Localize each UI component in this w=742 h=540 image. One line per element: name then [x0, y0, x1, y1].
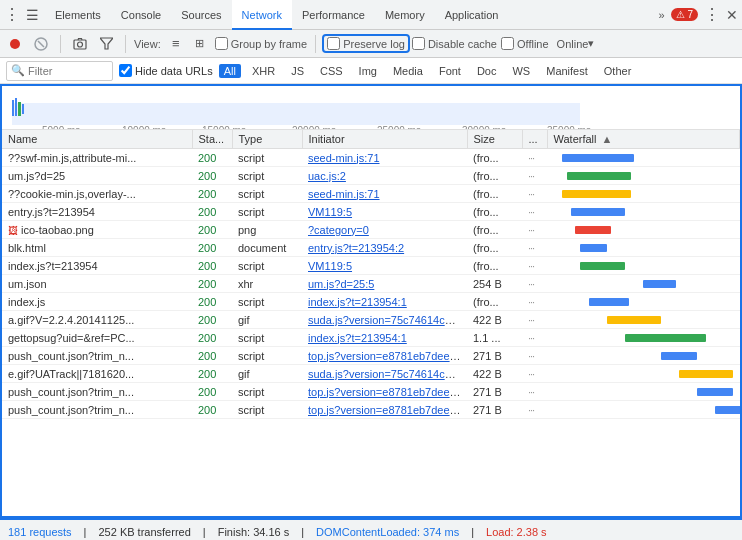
filter-ws-btn[interactable]: WS: [507, 64, 535, 78]
table-row[interactable]: push_count.json?trim_n... 200 script top…: [2, 401, 740, 419]
filter-doc-btn[interactable]: Doc: [472, 64, 502, 78]
close-devtools-icon[interactable]: ✕: [726, 7, 738, 23]
cell-size: (fro...: [467, 167, 522, 185]
overflow-tabs-btn[interactable]: »: [659, 9, 665, 21]
table-row[interactable]: ??swf-min.js,attribute-mi... 200 script …: [2, 149, 740, 167]
filter-manifest-btn[interactable]: Manifest: [541, 64, 593, 78]
cell-type: script: [232, 383, 302, 401]
group-by-frame-label[interactable]: Group by frame: [215, 37, 307, 50]
filter-button[interactable]: [95, 33, 117, 55]
tab-elements[interactable]: Elements: [45, 0, 111, 30]
cell-initiator: index.js?t=213954:1: [302, 329, 467, 347]
col-header-status[interactable]: Sta...: [192, 130, 232, 149]
cell-status: 200: [192, 275, 232, 293]
tab-performance[interactable]: Performance: [292, 0, 375, 30]
tab-sources[interactable]: Sources: [171, 0, 231, 30]
cell-status: 200: [192, 365, 232, 383]
table-row[interactable]: 🖼 ico-taobao.png 200 png ?category=0 (fr…: [2, 221, 740, 239]
devtools-icon[interactable]: ⋮: [4, 5, 20, 24]
cell-status: 200: [192, 149, 232, 167]
filter-row: 🔍 Hide data URLs All XHR JS CSS Img Medi…: [0, 58, 742, 84]
col-header-name[interactable]: Name: [2, 130, 192, 149]
clear-button[interactable]: [30, 33, 52, 55]
load-time: Load: 2.38 s: [486, 526, 547, 538]
disable-cache-label[interactable]: Disable cache: [412, 37, 497, 50]
col-header-waterfall[interactable]: Waterfall ▲: [547, 130, 740, 149]
cell-size: (fro...: [467, 221, 522, 239]
table-row[interactable]: entry.js?t=213954 200 script VM119:5 (fr…: [2, 203, 740, 221]
group-by-frame-checkbox[interactable]: [215, 37, 228, 50]
offline-checkbox[interactable]: [501, 37, 514, 50]
cell-type: script: [232, 293, 302, 311]
filter-other-btn[interactable]: Other: [599, 64, 637, 78]
table-row[interactable]: push_count.json?trim_n... 200 script top…: [2, 383, 740, 401]
table-row[interactable]: a.gif?V=2.2.4.20141125... 200 gif suda.j…: [2, 311, 740, 329]
tab-application[interactable]: Application: [435, 0, 509, 30]
table-row[interactable]: e.gif?UATrack||7181620... 200 gif suda.j…: [2, 365, 740, 383]
cell-dots: ···: [522, 293, 547, 311]
filter-img-btn[interactable]: Img: [354, 64, 382, 78]
cell-waterfall: [547, 293, 740, 311]
cell-dots: ···: [522, 347, 547, 365]
cell-initiator: seed-min.js:71: [302, 149, 467, 167]
filter-input[interactable]: [28, 65, 108, 77]
table-row[interactable]: push_count.json?trim_n... 200 script top…: [2, 347, 740, 365]
filter-media-btn[interactable]: Media: [388, 64, 428, 78]
filter-js-btn[interactable]: JS: [286, 64, 309, 78]
cell-type: script: [232, 203, 302, 221]
record-button[interactable]: [4, 33, 26, 55]
disable-cache-checkbox[interactable]: [412, 37, 425, 50]
cell-waterfall: [547, 167, 740, 185]
cell-name: push_count.json?trim_n...: [2, 383, 192, 401]
cell-status: 200: [192, 203, 232, 221]
cell-waterfall: [547, 365, 740, 383]
waterfall-bar: [580, 244, 607, 252]
filter-font-btn[interactable]: Font: [434, 64, 466, 78]
table-row[interactable]: blk.html 200 document entry.js?t=213954:…: [2, 239, 740, 257]
col-header-size[interactable]: Size: [467, 130, 522, 149]
tab-memory[interactable]: Memory: [375, 0, 435, 30]
table-row[interactable]: index.js?t=213954 200 script VM119:5 (fr…: [2, 257, 740, 275]
hide-data-urls-checkbox[interactable]: [119, 64, 132, 77]
more-options-icon[interactable]: ⋮: [704, 5, 720, 24]
tab-console[interactable]: Console: [111, 0, 171, 30]
network-panel: 5000 ms 10000 ms 15000 ms 20000 ms 25000…: [0, 84, 742, 518]
list-view-button[interactable]: ≡: [165, 33, 187, 55]
filter-all-btn[interactable]: All: [219, 64, 241, 78]
online-dropdown[interactable]: Online ▾: [553, 33, 599, 55]
timeline-header: 5000 ms 10000 ms 15000 ms 20000 ms 25000…: [2, 86, 740, 130]
separator2: [125, 35, 126, 53]
devtools-settings-icon[interactable]: ☰: [26, 7, 39, 23]
camera-button[interactable]: [69, 33, 91, 55]
cell-size: 271 B: [467, 347, 522, 365]
grid-view-button[interactable]: ⊞: [189, 33, 211, 55]
col-header-type[interactable]: Type: [232, 130, 302, 149]
cell-size: (fro...: [467, 293, 522, 311]
cell-initiator: top.js?version=e8781eb7dee3fd7f:1: [302, 383, 467, 401]
cell-initiator: um.js?d=25:5: [302, 275, 467, 293]
cell-size: 271 B: [467, 401, 522, 419]
offline-label[interactable]: Offline: [501, 37, 549, 50]
preserve-log-checkbox[interactable]: [327, 37, 340, 50]
preserve-log-label[interactable]: Preserve log: [324, 36, 408, 51]
separator3: [315, 35, 316, 53]
col-header-dots[interactable]: ...: [522, 130, 547, 149]
table-row[interactable]: index.js 200 script index.js?t=213954:1 …: [2, 293, 740, 311]
waterfall-bar: [607, 316, 661, 324]
col-header-initiator[interactable]: Initiator: [302, 130, 467, 149]
filter-xhr-btn[interactable]: XHR: [247, 64, 280, 78]
table-row[interactable]: ??cookie-min.js,overlay-... 200 script s…: [2, 185, 740, 203]
filter-css-btn[interactable]: CSS: [315, 64, 348, 78]
hide-data-urls-label[interactable]: Hide data URLs: [119, 64, 213, 77]
waterfall-bar: [679, 370, 733, 378]
cell-waterfall: [547, 275, 740, 293]
tab-bar: ⋮ ☰ Elements Console Sources Network Per…: [0, 0, 742, 30]
table-row[interactable]: gettopsug?uid=&ref=PC... 200 script inde…: [2, 329, 740, 347]
table-row[interactable]: um.json 200 xhr um.js?d=25:5 254 B ···: [2, 275, 740, 293]
cell-initiator: suda.js?version=75c74614c0776821:1: [302, 311, 467, 329]
cell-name: e.gif?UATrack||7181620...: [2, 365, 192, 383]
tab-network[interactable]: Network: [232, 0, 292, 30]
cell-dots: ···: [522, 167, 547, 185]
cell-size: 254 B: [467, 275, 522, 293]
table-row[interactable]: um.js?d=25 200 script uac.js:2 (fro... ·…: [2, 167, 740, 185]
